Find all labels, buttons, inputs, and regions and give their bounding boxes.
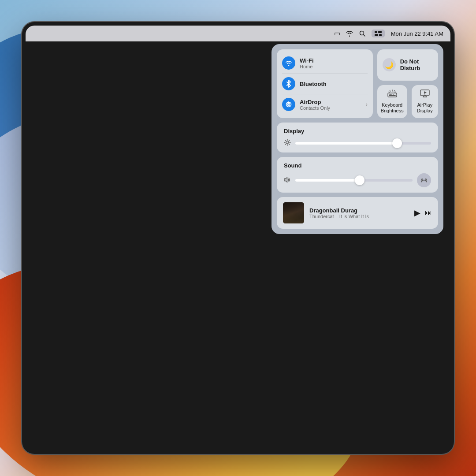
keyboard-brightness-icon [387,89,397,100]
control-center-panel: Wi-Fi Home Bluetooth [271,44,443,234]
bluetooth-icon-btn [282,77,295,90]
airdrop-subtitle: Contacts Only [300,105,330,111]
display-title: Display [284,128,431,134]
svg-marker-22 [424,91,427,94]
svg-line-29 [289,144,290,145]
control-center-top-row: Wi-Fi Home Bluetooth [277,49,438,118]
search-icon [359,30,365,37]
svg-rect-9 [388,93,397,97]
wifi-icon [346,30,353,37]
now-playing-section: Dragonball Durag Thundercat – It Is What… [277,197,438,229]
keyboard-brightness-tile[interactable]: KeyboardBrightness [377,85,407,118]
airdrop-arrow: › [366,101,368,108]
dnd-tile[interactable]: 🌙 Do Not Disturb [377,49,438,81]
battery-icon: ▭ [334,30,340,37]
wifi-name: Wi-Fi [300,57,314,64]
wifi-icon-btn [282,56,295,70]
bluetooth-name: Bluetooth [300,81,327,87]
keyboard-brightness-label: KeyboardBrightness [381,102,404,114]
sound-airplay-button[interactable] [417,173,431,187]
svg-line-18 [389,92,390,92]
airdrop-icon-btn [282,98,295,111]
sound-slider[interactable] [295,179,413,182]
airdrop-toggle[interactable]: AirDrop Contacts Only › [282,94,368,115]
svg-rect-5 [379,34,382,36]
svg-point-23 [286,141,289,144]
device-screen: ▭ [26,26,450,450]
svg-line-17 [394,90,395,91]
play-button[interactable]: ▶ [414,208,420,218]
svg-line-1 [363,35,365,37]
svg-point-6 [288,65,290,66]
wifi-toggle[interactable]: Wi-Fi Home [282,53,368,74]
menubar-search[interactable] [359,30,365,37]
menubar: ▭ [26,26,450,41]
wifi-subtitle: Home [300,64,314,69]
display-brightness-icon [284,139,291,147]
menubar-wifi [346,30,353,37]
display-slider-row [284,139,431,147]
bluetooth-text: Bluetooth [300,81,327,87]
right-column: 🌙 Do Not Disturb [377,49,438,118]
album-art [283,202,304,223]
display-section: Display [277,123,438,152]
menubar-datetime: Mon Jun 22 9:41 AM [391,30,443,37]
skip-button[interactable]: ⏭ [425,209,432,217]
svg-point-32 [424,180,425,181]
airdrop-text: AirDrop Contacts Only [300,99,330,111]
airplay-display-tile[interactable]: AirPlayDisplay [412,85,438,118]
svg-line-30 [289,140,290,141]
sound-volume-icon [284,177,291,184]
svg-rect-3 [378,31,382,33]
dnd-label: Do Not Disturb [400,58,433,72]
control-center-button[interactable] [372,30,385,37]
display-slider[interactable] [295,142,431,145]
svg-line-19 [395,92,396,92]
control-center-icon [374,30,382,37]
svg-rect-2 [375,31,377,33]
device-frame: ▭ [22,22,454,454]
bottom-right-tiles: KeyboardBrightness [377,85,438,118]
sound-title: Sound [284,162,431,169]
airplay-display-icon [420,89,430,100]
airplay-display-label: AirPlayDisplay [417,102,433,114]
sound-row [284,173,431,187]
battery-status: ▭ [334,30,340,37]
bluetooth-toggle[interactable]: Bluetooth [282,74,368,94]
airdrop-name: AirDrop [300,99,330,105]
track-title: Dragonball Durag [309,207,409,214]
track-info: Dragonball Durag Thundercat – It Is What… [309,207,409,219]
svg-line-16 [390,90,390,91]
svg-rect-4 [375,34,378,36]
track-artist: Thundercat – It Is What It Is [309,214,409,219]
sound-section: Sound [277,157,438,193]
playback-controls: ▶ ⏭ [414,208,432,218]
svg-line-31 [285,144,286,145]
dnd-icon: 🌙 [383,58,396,71]
svg-line-28 [285,140,286,141]
connectivity-block: Wi-Fi Home Bluetooth [277,49,373,118]
wifi-text: Wi-Fi Home [300,57,314,69]
